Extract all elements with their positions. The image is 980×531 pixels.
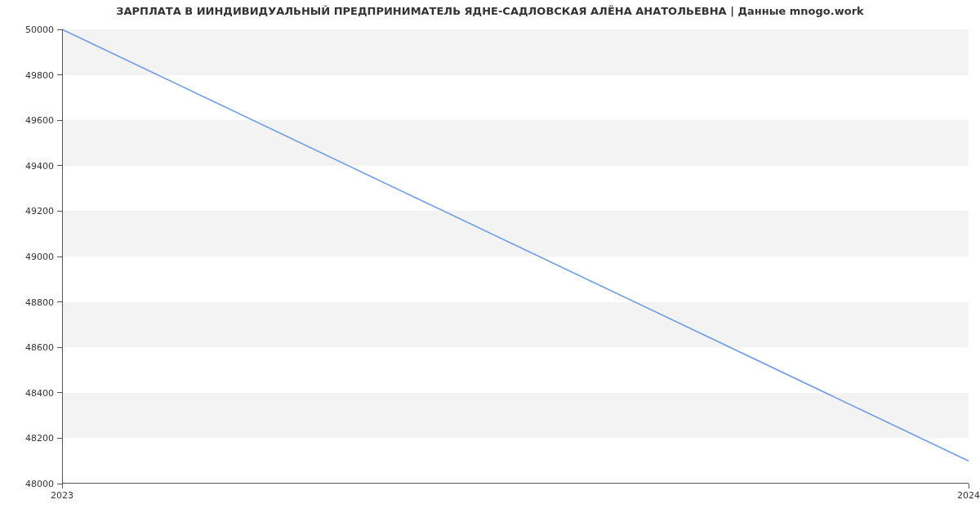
y-tick bbox=[57, 74, 62, 75]
y-tick bbox=[57, 301, 62, 302]
chart-title: ЗАРПЛАТА В ИИНДИВИДУАЛЬНЫЙ ПРЕДПРИНИМАТЕ… bbox=[0, 5, 980, 17]
y-tick-label: 48000 bbox=[25, 479, 54, 489]
x-tick-label: 2024 bbox=[957, 490, 980, 501]
x-tick bbox=[62, 484, 63, 489]
y-tick-label: 50000 bbox=[25, 25, 54, 35]
y-tick bbox=[57, 29, 62, 30]
x-axis-spine bbox=[62, 483, 969, 484]
y-tick-label: 49000 bbox=[25, 252, 54, 262]
y-tick bbox=[57, 392, 62, 393]
line-layer bbox=[62, 29, 969, 484]
y-tick-label: 48200 bbox=[25, 433, 54, 444]
y-tick-label: 49800 bbox=[25, 69, 54, 80]
x-tick-label: 2023 bbox=[51, 490, 74, 501]
y-tick-label: 48400 bbox=[25, 387, 54, 398]
y-tick bbox=[57, 120, 62, 121]
chart-container: ЗАРПЛАТА В ИИНДИВИДУАЛЬНЫЙ ПРЕДПРИНИМАТЕ… bbox=[0, 0, 980, 531]
x-tick bbox=[969, 484, 969, 489]
y-tick-label: 48800 bbox=[25, 297, 54, 307]
y-tick-label: 49600 bbox=[25, 115, 54, 126]
y-tick bbox=[57, 165, 62, 166]
y-tick-label: 48600 bbox=[25, 342, 54, 353]
y-axis-spine bbox=[62, 29, 63, 484]
y-tick-label: 49400 bbox=[25, 160, 54, 171]
y-tick-label: 49200 bbox=[25, 206, 54, 216]
series-line bbox=[62, 29, 969, 461]
y-tick bbox=[57, 347, 62, 348]
y-tick bbox=[57, 438, 62, 439]
y-tick bbox=[57, 211, 62, 212]
plot-area: 4800048200484004860048800490004920049400… bbox=[62, 29, 969, 484]
y-tick bbox=[57, 257, 62, 257]
